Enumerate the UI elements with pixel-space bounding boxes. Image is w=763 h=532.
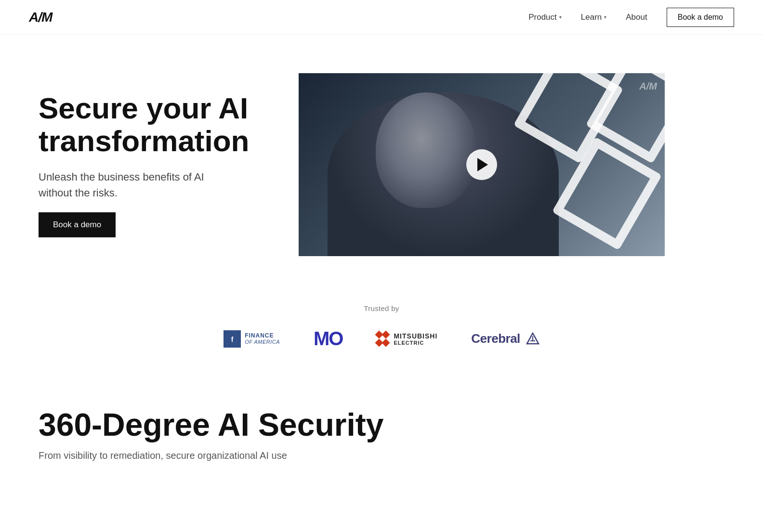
mo-text: MO <box>314 328 342 350</box>
diamond-tr <box>382 331 390 339</box>
hero-content: Secure your AI transformation Unleash th… <box>39 92 270 237</box>
hero-book-demo-button[interactable]: Book a demo <box>39 212 116 237</box>
logo-mitsubishi: MITSUBISHI ELECTRIC <box>376 332 437 346</box>
chevron-down-icon: ▾ <box>559 14 562 20</box>
logo-mo: MO <box>314 328 342 350</box>
trusted-section: Trusted by f FINANCE of AMERICA MO <box>0 285 763 378</box>
hero-section: Secure your AI transformation Unleash th… <box>0 35 763 285</box>
nav-item-product[interactable]: Product ▾ <box>528 13 562 22</box>
nav-links: Product ▾ Learn ▾ About Book a demo <box>528 8 734 27</box>
brand-logo[interactable]: A/M <box>29 10 52 25</box>
navbar: A/M Product ▾ Learn ▾ About Book a demo <box>0 0 763 35</box>
logo-finance-of-america: f FINANCE of AMERICA <box>224 330 280 348</box>
person-head <box>376 92 477 208</box>
cerebral-icon <box>526 332 539 346</box>
video-play-button[interactable] <box>466 149 497 180</box>
nav-item-about[interactable]: About <box>626 13 647 22</box>
cerebral-text: Cerebral <box>471 331 520 346</box>
logo-cerebral: Cerebral <box>471 331 539 346</box>
hero-video[interactable]: A/M <box>299 73 665 256</box>
chevron-down-icon: ▾ <box>604 14 606 20</box>
nav-about-label: About <box>626 13 647 22</box>
section-360-title: 360-Degree AI Security <box>39 407 724 442</box>
nav-product-label: Product <box>528 13 557 22</box>
nav-item-learn[interactable]: Learn ▾ <box>581 13 606 22</box>
hero-subtitle: Unleash the business benefits of AI with… <box>39 169 222 201</box>
foa-icon: f <box>224 330 241 348</box>
trusted-logos: f FINANCE of AMERICA MO <box>224 328 539 350</box>
hex-decoration <box>501 73 665 256</box>
foa-text: FINANCE of AMERICA <box>245 332 280 346</box>
play-icon <box>477 158 488 171</box>
svg-text:f: f <box>231 336 234 343</box>
hero-title: Secure your AI transformation <box>39 92 270 157</box>
nav-learn-label: Learn <box>581 13 602 22</box>
mitsubishi-icon <box>376 332 389 346</box>
mitsubishi-text: MITSUBISHI ELECTRIC <box>394 332 437 346</box>
section-360-subtitle: From visibility to remediation, secure o… <box>39 450 328 461</box>
section-360: 360-Degree AI Security From visibility t… <box>0 378 763 480</box>
trusted-label: Trusted by <box>364 304 399 312</box>
video-watermark: A/M <box>639 81 657 92</box>
nav-book-demo-button[interactable]: Book a demo <box>667 8 734 27</box>
diamond-br <box>382 339 390 347</box>
